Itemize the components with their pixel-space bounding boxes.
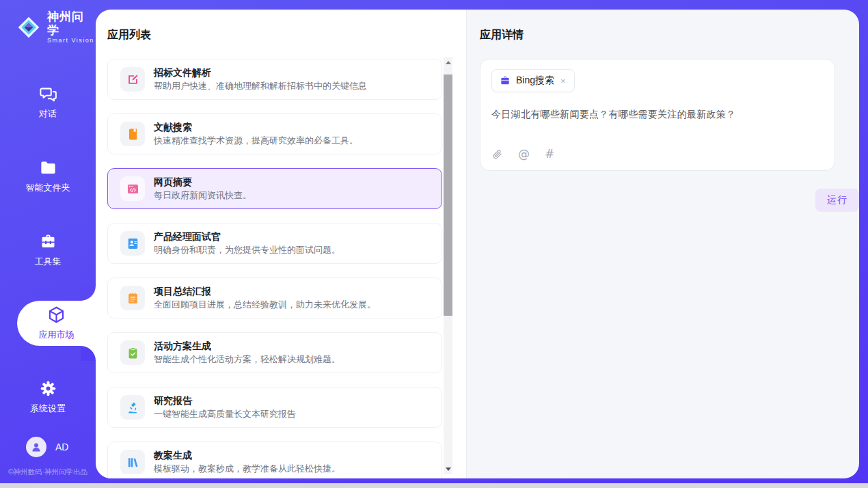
briefcase-icon (500, 75, 511, 86)
web-code-icon (120, 176, 145, 201)
attachment-toolbar: @ # (491, 147, 554, 161)
app-name: 研究报告 (154, 395, 296, 407)
prompt-card[interactable]: Bing搜索 × 今日湖北有哪些新闻要点？有哪些需要关注的最新政策？ @ # (480, 59, 835, 171)
app-description: 明确身份和职责，为您提供专业性的面试问题。 (154, 245, 340, 256)
app-list-title: 应用列表 (107, 28, 466, 42)
paperclip-icon[interactable] (491, 148, 503, 160)
app-list-panel: 应用列表 招标文件解析帮助用户快速、准确地理解和解析招标书中的关键信息文献搜索快… (96, 10, 466, 478)
sidebar-item-settings[interactable]: 系统设置 (0, 377, 96, 418)
tool-tag-bing-search[interactable]: Bing搜索 × (491, 69, 575, 92)
person-icon (30, 441, 42, 453)
gear-icon (39, 379, 57, 398)
interview-icon (120, 231, 145, 256)
microscope-icon (120, 395, 145, 420)
sidebar-item-chat[interactable]: 对话 (0, 82, 96, 123)
query-text[interactable]: 今日湖北有哪些新闻要点？有哪些需要关注的最新政策？ (491, 109, 824, 121)
clipboard-check-icon (120, 340, 145, 365)
brand-tagline: Smart Vision (47, 37, 96, 44)
triangle-down-icon (446, 467, 451, 471)
app-list-item[interactable]: 活动方案生成智能生成个性化活动方案，轻松解决规划难题。 (107, 332, 442, 373)
brand-name: 神州问学 (47, 10, 96, 37)
hash-icon[interactable]: # (545, 147, 554, 161)
app-name: 活动方案生成 (154, 340, 340, 353)
app-window: 神州问学 Smart Vision 对话智能文件夹工具集应用市场系统设置 AD … (0, 0, 868, 483)
active-tab-curve-top (81, 286, 96, 301)
run-button[interactable]: 运行 (815, 189, 859, 212)
toolbox-icon (39, 232, 57, 251)
app-detail-title: 应用详情 (480, 28, 859, 42)
chat-icon (39, 85, 57, 103)
books-icon (120, 450, 145, 474)
app-list-item[interactable]: 研究报告一键智能生成高质量长文本研究报告 (107, 387, 442, 428)
at-icon[interactable]: @ (518, 147, 530, 161)
triangle-up-icon (446, 61, 451, 64)
app-list-item[interactable]: 教案生成模板驱动，教案秒成，教学准备从此轻松快捷。 (107, 442, 442, 478)
app-description: 快速精准查找学术资源，提高研究效率的必备工具。 (154, 135, 358, 146)
sidebar: 神州问学 Smart Vision 对话智能文件夹工具集应用市场系统设置 AD … (0, 0, 96, 483)
app-list: 招标文件解析帮助用户快速、准确地理解和解析招标书中的关键信息文献搜索快速精准查找… (107, 59, 442, 478)
edit-doc-icon (120, 67, 145, 92)
app-description: 一键智能生成高质量长文本研究报告 (154, 409, 296, 420)
sidebar-item-label: 应用市场 (39, 329, 74, 341)
app-name: 招标文件解析 (154, 67, 367, 79)
cube-icon (47, 306, 66, 324)
sidebar-item-toolset[interactable]: 工具集 (0, 230, 96, 271)
scroll-down-button[interactable] (444, 464, 452, 474)
notepad-icon (120, 286, 145, 310)
app-detail-panel: 应用详情 Bing搜索 × 今日湖北有哪些新闻要点？有哪些需要关注的最新政策？ … (466, 10, 859, 478)
user-row[interactable]: AD (0, 437, 96, 457)
app-list-item[interactable]: 网页摘要每日政府新闻资讯快查。 (107, 168, 442, 209)
app-name: 教案生成 (154, 450, 340, 462)
sidebar-item-app-market[interactable]: 应用市场 (17, 301, 96, 346)
book-icon (120, 122, 145, 146)
app-name: 项目总结汇报 (154, 286, 376, 298)
tool-tag-close-icon[interactable]: × (560, 76, 567, 86)
scroll-up-button[interactable] (444, 57, 452, 68)
user-name: AD (55, 442, 68, 452)
sidebar-nav: 对话智能文件夹工具集应用市场系统设置 (0, 82, 96, 418)
app-description: 模板驱动，教案秒成，教学准备从此轻松快捷。 (154, 463, 340, 474)
active-tab-curve-bottom (81, 346, 96, 361)
app-list-item[interactable]: 招标文件解析帮助用户快速、准确地理解和解析招标书中的关键信息 (107, 59, 442, 100)
folder-icon (39, 159, 57, 177)
app-name: 文献搜索 (154, 122, 358, 134)
app-list-item[interactable]: 文献搜索快速精准查找学术资源，提高研究效率的必备工具。 (107, 113, 442, 154)
copyright-text: ©神州数码·神州问学出品 (0, 467, 96, 477)
app-name: 产品经理面试官 (154, 231, 340, 243)
app-description: 智能生成个性化活动方案，轻松解决规划难题。 (154, 354, 340, 365)
app-list-item[interactable]: 产品经理面试官明确身份和职责，为您提供专业性的面试问题。 (107, 223, 442, 264)
avatar[interactable] (26, 437, 46, 457)
sidebar-item-smart-folder[interactable]: 智能文件夹 (0, 156, 96, 197)
app-list-item[interactable]: 项目总结汇报全面回顾项目进展，总结经验教训，助力未来优化发展。 (107, 277, 442, 318)
sidebar-item-label: 对话 (39, 108, 57, 120)
main-card: 应用列表 招标文件解析帮助用户快速、准确地理解和解析招标书中的关键信息文献搜索快… (96, 10, 859, 478)
brand: 神州问学 Smart Vision (0, 0, 96, 44)
sidebar-item-label: 智能文件夹 (26, 182, 70, 194)
app-description: 帮助用户快速、准确地理解和解析招标书中的关键信息 (154, 81, 367, 92)
sidebar-item-label: 工具集 (35, 256, 62, 268)
app-name: 网页摘要 (154, 176, 252, 189)
app-description: 每日政府新闻资讯快查。 (154, 190, 252, 201)
scrollbar-thumb[interactable] (444, 74, 452, 316)
run-row: 运行 (480, 189, 859, 212)
tool-tag-label: Bing搜索 (516, 74, 554, 87)
scrollbar[interactable] (444, 57, 452, 474)
sidebar-item-label: 系统设置 (30, 403, 66, 415)
app-description: 全面回顾项目进展，总结经验教训，助力未来优化发展。 (154, 299, 376, 310)
diamond-logo-icon (16, 15, 41, 40)
